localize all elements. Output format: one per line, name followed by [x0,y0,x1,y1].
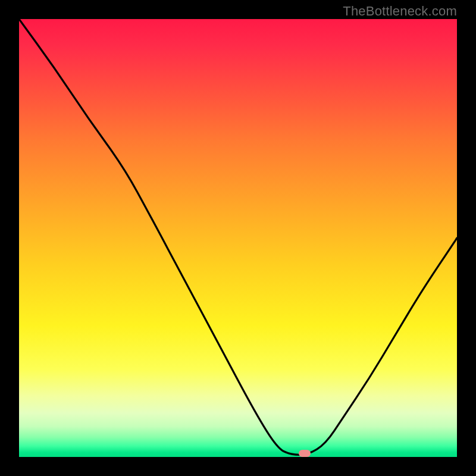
chart-frame: TheBottleneck.com [0,0,476,476]
bottleneck-curve [19,19,457,457]
optimum-marker [299,450,311,457]
plot-area [19,19,457,457]
watermark-label: TheBottleneck.com [343,4,457,19]
